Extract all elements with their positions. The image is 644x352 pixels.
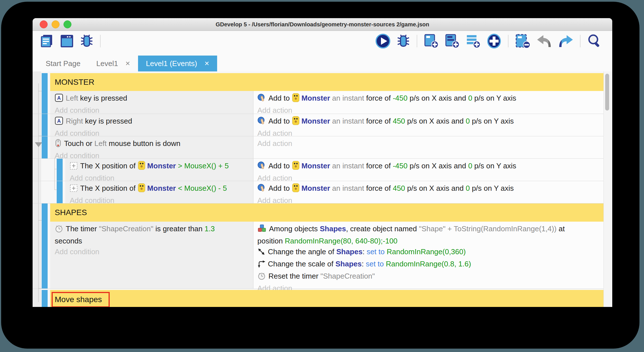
tab-level1[interactable]: Level1 × (88, 56, 138, 71)
monster-object-icon (292, 116, 299, 125)
monster-object-icon (138, 161, 145, 170)
angle-arrow-icon (257, 248, 265, 258)
actions-cell: Add to Monster an instant force of -450 … (253, 159, 604, 181)
condition-line[interactable]: The timer "ShapeCreation" is greater tha… (55, 223, 253, 236)
conditions-cell: The X position of Monster < MouseX() - 5… (65, 181, 253, 203)
close-icon[interactable]: × (125, 60, 130, 67)
project-manager-button[interactable] (39, 33, 55, 49)
monster-object-icon (292, 183, 299, 192)
event-bar (42, 290, 48, 307)
debug-button[interactable] (79, 33, 95, 49)
svg-text:A: A (57, 95, 61, 101)
events-sheet: MONSTER ALeft key is pressed Add conditi… (33, 71, 612, 307)
event-bar (57, 159, 63, 181)
add-condition-button[interactable]: Add condition (55, 246, 253, 257)
action-create-object-wrap[interactable]: position RandomInRange(80, 640-80);-100 (257, 236, 604, 246)
actions-cell: Add to Monster an instant force of 450 p… (253, 114, 604, 136)
add-circle-icon (486, 33, 502, 49)
toolbar-separator (508, 35, 509, 47)
event-bar (42, 73, 48, 91)
group-header-label[interactable]: Move shapes (50, 290, 604, 307)
action-change-angle[interactable]: Change the angle of Shapes: set to Rando… (257, 246, 604, 258)
subevent-tree-line (54, 158, 55, 190)
timer-icon (55, 224, 63, 236)
tab-label: Start Page (46, 59, 80, 68)
debug-icon (396, 34, 411, 48)
window-title: GDevelop 5 - /Users/florian/Downloads/ge… (33, 18, 612, 31)
actions-cell: Among objects Shapes, create object name… (253, 222, 604, 289)
event-right-key: ARight key is pressed Add condition Add … (33, 114, 604, 136)
search-events-button[interactable] (586, 33, 603, 50)
force-hand-icon (257, 161, 266, 173)
condition-line[interactable]: The X position of Monster > MouseX() + 5 (70, 160, 253, 173)
search-icon (586, 33, 602, 49)
scene-editor-button[interactable] (59, 33, 75, 49)
tab-bar: Start Page Level1 × Level1 (Events) × (33, 51, 612, 71)
actions-cell: Add to Monster an instant force of 450 p… (253, 181, 604, 203)
undo-button[interactable] (535, 33, 553, 49)
group-header-label[interactable]: MONSTER (50, 73, 604, 91)
monster-object-icon (292, 93, 299, 102)
conditions-cell: The timer "ShapeCreation" is greater tha… (50, 222, 253, 289)
action-reset-timer[interactable]: Reset the timer "ShapeCreation" (257, 271, 604, 283)
action-line[interactable]: Add to Monster an instant force of 450 p… (257, 183, 604, 195)
add-new-button[interactable] (486, 33, 503, 50)
remove-event-button[interactable] (514, 33, 531, 49)
action-create-object[interactable]: Among objects Shapes, create object name… (257, 223, 604, 236)
monster-object-icon (138, 183, 145, 192)
add-comment-icon (444, 33, 460, 49)
condition-line[interactable]: The X position of Monster < MouseX() - 5 (70, 183, 253, 195)
close-window-button[interactable] (40, 20, 48, 28)
action-change-scale[interactable]: Change the scale of Shapes: set to Rando… (257, 258, 604, 271)
redo-button[interactable] (557, 33, 575, 49)
toolbar (33, 31, 612, 51)
traffic-lights (40, 18, 71, 31)
group-header-label[interactable]: SHAPES (50, 203, 604, 222)
condition-line[interactable]: ALeft key is pressed (55, 93, 253, 105)
play-preview-button[interactable] (374, 33, 391, 50)
close-icon[interactable]: × (205, 60, 209, 67)
scrollbar-thumb[interactable] (605, 74, 609, 111)
conditions-cell: Touch or Left mouse button is down Add c… (50, 136, 253, 158)
event-bar (42, 114, 48, 136)
subevent-x-greater: The X position of Monster > MouseX() + 5… (33, 159, 604, 181)
actions-cell: Add to Monster an instant force of -450 … (253, 91, 604, 114)
add-action-button[interactable]: Add action (257, 138, 604, 149)
conditions-cell: The X position of Monster > MouseX() + 5… (65, 159, 253, 181)
event-group-shapes[interactable]: SHAPES (33, 203, 604, 222)
add-event-button[interactable] (423, 33, 440, 49)
action-line[interactable]: Add to Monster an instant force of 450 p… (257, 116, 604, 128)
vertical-scrollbar[interactable] (603, 71, 611, 307)
conditions-cell: ARight key is pressed Add condition (50, 114, 253, 136)
conditions-cell: ALeft key is pressed Add condition (50, 91, 253, 114)
condition-line[interactable]: Touch or Left mouse button is down (55, 138, 253, 150)
event-left-key: ALeft key is pressed Add condition Add t… (33, 91, 604, 114)
event-group-move-shapes[interactable]: Move shapes (33, 290, 604, 307)
minimize-window-button[interactable] (52, 20, 60, 28)
debug-preview-button[interactable] (395, 33, 411, 49)
action-line[interactable]: Add to Monster an instant force of -450 … (257, 93, 604, 105)
actions-cell: Add action (253, 136, 604, 158)
toolbar-separator (580, 35, 581, 47)
event-bar (57, 181, 63, 203)
keyboard-key-icon: A (55, 94, 63, 105)
add-subevent-button[interactable] (465, 33, 482, 49)
tab-start-page[interactable]: Start Page (38, 56, 88, 71)
condition-line[interactable]: ARight key is pressed (55, 116, 253, 128)
tab-label: Level1 (96, 59, 118, 68)
tab-level1-events[interactable]: Level1 (Events) × (138, 56, 217, 71)
action-line[interactable]: Add to Monster an instant force of -450 … (257, 160, 604, 173)
zoom-window-button[interactable] (63, 20, 71, 28)
monster-object-icon (292, 161, 299, 170)
toolbar-separator (417, 35, 417, 47)
project-manager-icon (40, 34, 54, 48)
timer-icon (257, 272, 266, 283)
add-comment-button[interactable] (444, 33, 461, 49)
desktop-background: GDevelop 5 - /Users/florian/Downloads/ge… (0, 0, 644, 352)
condition-line-wrap[interactable]: seconds (55, 236, 253, 246)
event-group-monster[interactable]: MONSTER (33, 73, 604, 91)
event-bar (42, 136, 48, 158)
add-subevent-icon (465, 33, 481, 49)
force-hand-icon (257, 116, 266, 128)
event-rows: MONSTER ALeft key is pressed Add conditi… (33, 71, 604, 307)
